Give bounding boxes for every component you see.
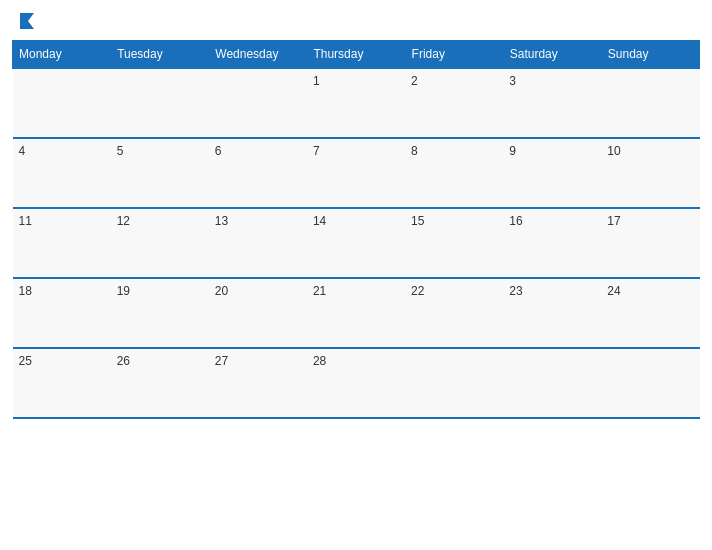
calendar-cell: 9 [503, 138, 601, 208]
calendar-cell: 14 [307, 208, 405, 278]
weekday-header-row: MondayTuesdayWednesdayThursdayFridaySatu… [13, 41, 700, 69]
weekday-header-sunday: Sunday [601, 41, 699, 69]
calendar-cell: 27 [209, 348, 307, 418]
weekday-header-friday: Friday [405, 41, 503, 69]
day-number: 16 [509, 214, 522, 228]
day-number: 22 [411, 284, 424, 298]
calendar-cell: 7 [307, 138, 405, 208]
calendar-cell [601, 348, 699, 418]
calendar-cell: 8 [405, 138, 503, 208]
logo-flag-icon [14, 10, 36, 32]
calendar-header: MondayTuesdayWednesdayThursdayFridaySatu… [13, 41, 700, 69]
day-number: 27 [215, 354, 228, 368]
calendar-cell: 22 [405, 278, 503, 348]
weekday-header-thursday: Thursday [307, 41, 405, 69]
calendar-cell: 23 [503, 278, 601, 348]
day-number: 7 [313, 144, 320, 158]
calendar-cell: 2 [405, 68, 503, 138]
day-number: 10 [607, 144, 620, 158]
day-number: 8 [411, 144, 418, 158]
day-number: 21 [313, 284, 326, 298]
calendar-cell: 5 [111, 138, 209, 208]
calendar-cell: 24 [601, 278, 699, 348]
day-number: 28 [313, 354, 326, 368]
day-number: 2 [411, 74, 418, 88]
calendar-cell: 1 [307, 68, 405, 138]
calendar-cell: 15 [405, 208, 503, 278]
day-number: 6 [215, 144, 222, 158]
calendar-cell: 25 [13, 348, 111, 418]
calendar-cell: 6 [209, 138, 307, 208]
header [12, 10, 700, 32]
day-number: 15 [411, 214, 424, 228]
calendar-cell: 16 [503, 208, 601, 278]
calendar-week-row: 25262728 [13, 348, 700, 418]
calendar-cell [601, 68, 699, 138]
day-number: 12 [117, 214, 130, 228]
day-number: 25 [19, 354, 32, 368]
calendar-cell: 3 [503, 68, 601, 138]
weekday-header-wednesday: Wednesday [209, 41, 307, 69]
day-number: 3 [509, 74, 516, 88]
calendar-week-row: 18192021222324 [13, 278, 700, 348]
calendar-cell: 20 [209, 278, 307, 348]
day-number: 13 [215, 214, 228, 228]
day-number: 14 [313, 214, 326, 228]
weekday-header-tuesday: Tuesday [111, 41, 209, 69]
day-number: 9 [509, 144, 516, 158]
day-number: 5 [117, 144, 124, 158]
day-number: 18 [19, 284, 32, 298]
calendar-page: MondayTuesdayWednesdayThursdayFridaySatu… [0, 0, 712, 550]
calendar-cell: 26 [111, 348, 209, 418]
logo [12, 10, 36, 32]
svg-rect-1 [20, 13, 23, 29]
weekday-header-saturday: Saturday [503, 41, 601, 69]
calendar-cell [209, 68, 307, 138]
day-number: 23 [509, 284, 522, 298]
day-number: 11 [19, 214, 32, 228]
day-number: 20 [215, 284, 228, 298]
svg-marker-0 [22, 13, 34, 29]
calendar-week-row: 11121314151617 [13, 208, 700, 278]
day-number: 19 [117, 284, 130, 298]
day-number: 4 [19, 144, 26, 158]
calendar-cell: 21 [307, 278, 405, 348]
calendar-cell: 18 [13, 278, 111, 348]
calendar-body: 1234567891011121314151617181920212223242… [13, 68, 700, 418]
weekday-header-monday: Monday [13, 41, 111, 69]
calendar-week-row: 123 [13, 68, 700, 138]
calendar-cell: 10 [601, 138, 699, 208]
day-number: 17 [607, 214, 620, 228]
calendar-cell: 19 [111, 278, 209, 348]
calendar-cell: 4 [13, 138, 111, 208]
calendar-cell: 17 [601, 208, 699, 278]
day-number: 1 [313, 74, 320, 88]
calendar-table: MondayTuesdayWednesdayThursdayFridaySatu… [12, 40, 700, 419]
day-number: 24 [607, 284, 620, 298]
calendar-cell: 13 [209, 208, 307, 278]
calendar-cell: 28 [307, 348, 405, 418]
calendar-cell [405, 348, 503, 418]
calendar-week-row: 45678910 [13, 138, 700, 208]
calendar-cell: 11 [13, 208, 111, 278]
day-number: 26 [117, 354, 130, 368]
calendar-cell: 12 [111, 208, 209, 278]
calendar-cell [13, 68, 111, 138]
calendar-cell [503, 348, 601, 418]
calendar-cell [111, 68, 209, 138]
